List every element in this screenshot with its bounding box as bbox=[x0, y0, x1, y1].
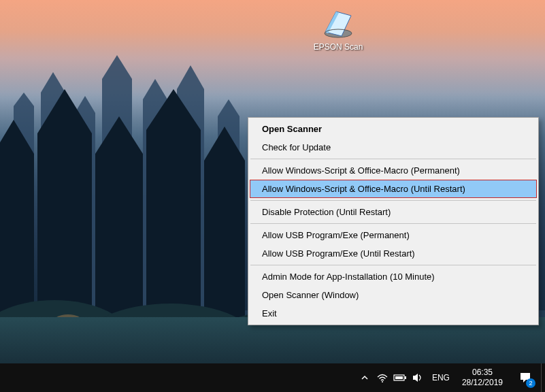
menu-item[interactable]: Check for Update bbox=[250, 138, 537, 157]
menu-item[interactable]: Allow Windows-Script & Office-Macro (Per… bbox=[250, 161, 537, 180]
svg-point-25 bbox=[382, 381, 383, 382]
svg-point-12 bbox=[0, 300, 129, 365]
tray-overflow-chevron[interactable] bbox=[356, 363, 374, 392]
svg-point-21 bbox=[289, 5, 297, 14]
svg-rect-27 bbox=[405, 376, 406, 379]
menu-item[interactable]: Open Scanner bbox=[250, 120, 537, 138]
svg-rect-20 bbox=[287, 3, 299, 16]
menu-separator bbox=[250, 223, 536, 224]
svg-marker-2 bbox=[75, 96, 95, 365]
menu-item[interactable]: Allow USB Program/Exe (Permanent) bbox=[250, 226, 537, 244]
notification-badge: 2 bbox=[526, 378, 535, 388]
menu-separator bbox=[250, 265, 536, 265]
svg-marker-8 bbox=[37, 89, 92, 365]
svg-marker-0 bbox=[14, 93, 34, 365]
svg-marker-10 bbox=[146, 89, 201, 365]
action-center-icon[interactable]: 2 bbox=[510, 363, 541, 392]
context-menu: Open ScannerCheck for UpdateAllow Window… bbox=[248, 117, 539, 325]
clock[interactable]: 06:35 28/12/2019 bbox=[455, 368, 510, 388]
system-tray: ENG 06:35 28/12/2019 2 bbox=[356, 363, 545, 392]
menu-separator bbox=[250, 200, 536, 201]
svg-point-16 bbox=[52, 314, 84, 333]
svg-point-17 bbox=[191, 319, 218, 336]
svg-rect-28 bbox=[395, 376, 403, 379]
taskbar: ENG 06:35 28/12/2019 2 bbox=[0, 363, 545, 392]
svg-marker-1 bbox=[41, 72, 65, 365]
show-desktop-button[interactable] bbox=[541, 363, 545, 392]
clock-time: 06:35 bbox=[462, 368, 503, 378]
desktop-icon-epson-scan[interactable]: EPSON Scan bbox=[303, 5, 373, 52]
clock-date: 28/12/2019 bbox=[462, 378, 503, 388]
menu-item[interactable]: Disable Protection (Until Restart) bbox=[250, 203, 537, 221]
desktop: EPSON Scan Open ScannerCheck for UpdateA… bbox=[0, 0, 545, 392]
menu-item[interactable]: Admin Mode for App-Installation (10 Minu… bbox=[250, 267, 537, 286]
menu-separator bbox=[250, 159, 536, 159]
svg-marker-5 bbox=[177, 65, 204, 365]
battery-icon[interactable] bbox=[391, 363, 409, 392]
menu-item[interactable]: Exit bbox=[250, 304, 537, 323]
language-indicator[interactable]: ENG bbox=[427, 373, 455, 382]
menu-item[interactable]: Allow USB Program/Exe (Until Restart) bbox=[250, 244, 537, 263]
svg-marker-9 bbox=[95, 116, 143, 365]
scanner-icon bbox=[320, 5, 356, 41]
svg-point-13 bbox=[82, 304, 259, 365]
svg-marker-4 bbox=[143, 79, 167, 365]
svg-marker-11 bbox=[204, 127, 245, 365]
desktop-icon-label: EPSON Scan bbox=[303, 42, 373, 52]
svg-marker-3 bbox=[102, 55, 132, 365]
svg-marker-7 bbox=[0, 120, 34, 365]
volume-icon[interactable] bbox=[409, 363, 427, 392]
menu-item[interactable]: Allow Windows-Script & Office-Macro (Unt… bbox=[250, 180, 537, 198]
menu-item[interactable]: Open Scanner (Window) bbox=[250, 286, 537, 304]
wifi-icon[interactable] bbox=[374, 363, 391, 392]
svg-marker-6 bbox=[218, 99, 240, 365]
